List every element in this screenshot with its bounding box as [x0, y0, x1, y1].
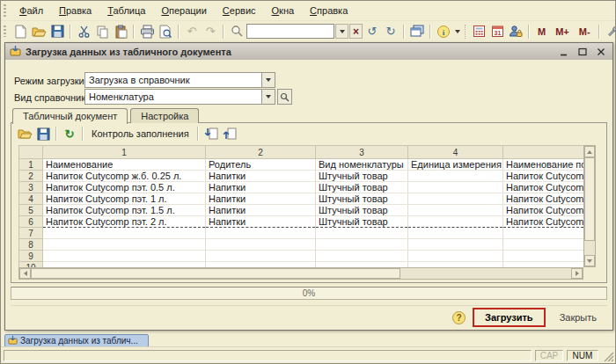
grid-cell[interactable] [43, 251, 206, 262]
user-session-icon[interactable] [507, 23, 524, 40]
grid-cell[interactable] [316, 239, 408, 251]
grid-cell[interactable] [408, 228, 503, 239]
grid-cell[interactable]: Напиток Cutycomp пэт. 0.5 л. [43, 182, 206, 193]
service-settings-icon[interactable] [604, 23, 616, 40]
import-rows-icon[interactable] [202, 125, 220, 142]
scroll-up-button[interactable] [584, 146, 595, 157]
grid-cell[interactable] [316, 251, 408, 262]
vertical-scroll-thumb[interactable] [584, 157, 595, 241]
calculator-icon[interactable] [470, 23, 488, 40]
memory-add-button[interactable]: M+ [551, 26, 574, 37]
cut-icon[interactable] [75, 23, 92, 40]
close-button[interactable] [594, 46, 608, 58]
grid-cell[interactable]: Напиток Cutycomp пэт. 1.5 л. [43, 205, 206, 216]
calendar-icon[interactable]: 31 [488, 23, 506, 40]
grid-cell[interactable]: Напитки [206, 171, 316, 182]
grid-cell[interactable]: Родитель [206, 159, 316, 171]
grid-cell[interactable]: Напитки [206, 182, 316, 193]
grid-cell[interactable]: Напитки [206, 216, 316, 228]
grid-cell[interactable] [408, 182, 503, 193]
grid-cell[interactable] [408, 251, 503, 262]
grid-cell[interactable]: Напиток Cutycomp ж.б. 0.25 л. [43, 171, 206, 182]
windows-icon[interactable] [408, 23, 426, 40]
grid-column-header[interactable]: 2 [206, 146, 316, 159]
search-icon[interactable] [228, 23, 246, 40]
grid-cell[interactable] [316, 228, 408, 239]
grid-cell[interactable]: Напиток Cutycomp [503, 193, 584, 205]
menu-help[interactable]: Справка [302, 3, 356, 18]
load-button[interactable]: Загрузить [473, 308, 546, 327]
toolbar-gripper[interactable] [4, 25, 6, 37]
grid-cell[interactable] [206, 239, 316, 251]
grid-cell[interactable]: Штучный товар [316, 205, 408, 216]
grid-row-number[interactable]: 3 [19, 182, 43, 193]
save-icon[interactable] [48, 23, 66, 40]
save-icon[interactable] [34, 125, 52, 142]
fill-control-button[interactable]: Контроль заполнения [87, 127, 194, 141]
help-icon[interactable]: ? [452, 311, 466, 324]
grid-row-number[interactable]: 7 [19, 228, 43, 239]
print-preview-icon[interactable] [157, 23, 174, 40]
memory-recall-button[interactable]: M [533, 26, 550, 37]
grid-cell[interactable]: Напиток Cutycomp [503, 205, 584, 216]
copy-icon[interactable] [93, 23, 111, 40]
close-dialog-button[interactable]: Закрыть [553, 309, 604, 325]
search-dropdown-button[interactable] [335, 24, 348, 39]
horizontal-scrollbar[interactable] [18, 267, 583, 280]
find-previous-icon[interactable]: ↺ [363, 23, 381, 40]
undo-icon[interactable]: ↶ [183, 23, 201, 40]
scroll-right-button[interactable] [571, 268, 583, 279]
grid-cell[interactable]: Напитки [206, 205, 316, 216]
grid-row-number[interactable]: 2 [19, 171, 43, 182]
toolbar-gripper[interactable] [4, 4, 6, 17]
grid-corner-cell[interactable] [19, 146, 43, 159]
grid-cell[interactable] [206, 251, 316, 262]
load-mode-dropdown-button[interactable] [261, 73, 275, 87]
grid-row-number[interactable]: 4 [19, 193, 43, 205]
minimize-button[interactable] [557, 46, 571, 58]
catalog-kind-dropdown-button[interactable] [261, 90, 275, 104]
redo-icon[interactable]: ↷ [202, 23, 219, 40]
grid-row-number[interactable]: 8 [19, 239, 43, 251]
grid-cell[interactable]: Напиток Cutycomp [503, 171, 584, 182]
search-clear-button[interactable]: × [349, 24, 363, 39]
grid-row-number[interactable]: 6 [19, 216, 43, 228]
grid-column-header[interactable]: 1 [43, 146, 206, 159]
menu-windows[interactable]: Окна [264, 3, 303, 18]
grid-cell[interactable] [43, 239, 206, 251]
grid-cell[interactable] [408, 239, 503, 251]
search-input[interactable] [246, 24, 334, 39]
grid-cell[interactable]: Штучный товар [316, 182, 408, 193]
grid-cell[interactable] [503, 228, 584, 239]
grid-cell[interactable]: Штучный товар [316, 171, 408, 182]
horizontal-scroll-thumb[interactable] [31, 268, 400, 279]
grid-cell[interactable] [206, 228, 316, 239]
menu-file[interactable]: Файл [11, 3, 51, 18]
menu-edit[interactable]: Правка [51, 3, 99, 18]
grid-cell[interactable]: Единица измерения [408, 159, 503, 171]
grid-cell[interactable] [43, 228, 206, 239]
grid-cell[interactable] [408, 205, 503, 216]
grid-column-header[interactable]: 4 [408, 146, 503, 159]
grid-row-number[interactable]: 1 [19, 159, 43, 171]
grid-cell[interactable]: Штучный товар [316, 216, 408, 228]
grid-cell[interactable]: Напиток Cutycomp [503, 216, 584, 228]
grid-cell[interactable] [408, 216, 503, 228]
catalog-lookup-button[interactable] [277, 89, 292, 105]
grid-row-number[interactable]: 5 [19, 205, 43, 216]
new-document-icon[interactable] [11, 23, 29, 40]
grid-column-header[interactable]: 3 [316, 146, 408, 159]
menu-table[interactable]: Таблица [99, 3, 153, 18]
maximize-button[interactable] [576, 46, 590, 58]
paste-icon[interactable] [112, 23, 129, 40]
scroll-down-button[interactable] [584, 255, 595, 266]
grid-cell[interactable] [408, 171, 503, 182]
print-icon[interactable] [138, 23, 156, 40]
export-rows-icon[interactable] [221, 125, 238, 142]
grid-cell[interactable]: Напиток Cutycomp [503, 182, 584, 193]
info-icon[interactable]: i [435, 23, 452, 40]
grid-cell[interactable]: Штучный товар [316, 193, 408, 205]
info-dropdown-button[interactable] [453, 24, 461, 39]
dialog-titlebar[interactable]: Загрузка данных из табличного документа [5, 43, 612, 60]
grid-row-number[interactable]: 9 [19, 251, 43, 262]
